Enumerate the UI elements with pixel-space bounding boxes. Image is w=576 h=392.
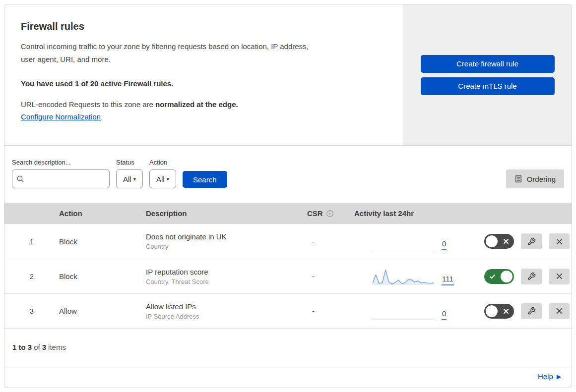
toggle-knob: [486, 235, 498, 247]
wrench-icon: [527, 237, 536, 246]
check-icon: [489, 274, 496, 280]
pagination-of: of: [34, 343, 40, 351]
rule-priority: 1: [4, 237, 59, 246]
rule-csr-value: -: [295, 272, 352, 280]
activity-count-box: 0: [442, 309, 462, 320]
info-icon[interactable]: [326, 210, 334, 218]
pagination-items: items: [48, 343, 66, 351]
activity-count-link[interactable]: 0: [442, 309, 447, 320]
pagination: 1 to 3of3items: [4, 328, 572, 365]
action-dropdown-value: All: [156, 175, 165, 183]
edit-rule-button[interactable]: [521, 303, 542, 319]
rule-csr-value: -: [295, 307, 352, 315]
list-document-icon: [514, 175, 522, 183]
pagination-range: 1 to 3: [12, 343, 32, 351]
rule-csr-value: -: [295, 237, 352, 246]
help-row: Help ▶: [4, 365, 572, 388]
rule-fields: Country, Threat Score: [146, 278, 295, 285]
edit-rule-button[interactable]: [521, 269, 542, 284]
ordering-button-label: Ordering: [527, 175, 556, 183]
search-icon: [16, 175, 25, 183]
search-button[interactable]: Search: [183, 171, 227, 188]
action-filter-group: Action All ▾: [149, 159, 176, 188]
close-icon: [556, 307, 563, 315]
table-row: 3 Allow Allow listed IPs IP Source Addre…: [4, 293, 572, 328]
wrench-icon: [527, 272, 536, 280]
help-link[interactable]: Help ▶: [538, 372, 561, 381]
table-row: 2 Block IP reputation score Country, Thr…: [4, 259, 572, 293]
ordering-button[interactable]: Ordering: [506, 169, 564, 188]
x-icon: [503, 308, 509, 314]
status-dropdown-value: All: [123, 175, 131, 183]
rule-controls: [476, 303, 572, 319]
normalization-bold: normalized at the edge.: [155, 100, 238, 109]
rule-action: Block: [59, 272, 146, 280]
page-title: Firewall rules: [21, 21, 388, 32]
action-dropdown[interactable]: All ▾: [149, 169, 176, 188]
table-row: 1 Block Does not originate in UK Country…: [4, 224, 572, 259]
chevron-down-icon: ▾: [133, 176, 136, 182]
create-mtls-rule-button[interactable]: Create mTLS rule: [421, 77, 555, 95]
toggle-knob: [501, 271, 512, 282]
table-body: 1 Block Does not originate in UK Country…: [4, 224, 572, 328]
help-link-label: Help: [538, 372, 553, 381]
rule-description: IP reputation score: [146, 268, 295, 276]
rule-description: Allow listed IPs: [146, 302, 295, 311]
search-label: Search description...: [12, 159, 110, 166]
rules-table: Action Description CSR Activity last 24h…: [4, 203, 572, 328]
delete-rule-button[interactable]: [549, 303, 570, 319]
activity-sparkline: [373, 232, 434, 250]
rule-activity-cell: 0: [352, 302, 476, 320]
page-description: Control incoming traffic to your zone by…: [21, 40, 388, 66]
activity-count-link[interactable]: 111: [442, 275, 454, 285]
search-input-wrapper: [12, 169, 110, 188]
rule-controls: [476, 233, 572, 249]
delete-rule-button[interactable]: [549, 233, 570, 249]
activity-count-box: 0: [442, 239, 462, 250]
normalization-prefix: URL-encoded Requests to this zone are: [21, 100, 155, 109]
usage-summary: You have used 1 of 20 active Firewall ru…: [21, 79, 388, 88]
configure-normalization-link[interactable]: Configure Normalization: [21, 112, 101, 121]
status-toggle[interactable]: [484, 304, 514, 319]
activity-count-box: 111: [442, 275, 462, 285]
rule-description-cell: Allow listed IPs IP Source Address: [146, 302, 295, 320]
rule-action: Block: [59, 237, 146, 246]
table-header-row: Action Description CSR Activity last 24h…: [4, 203, 572, 224]
rule-fields: Country: [146, 243, 295, 250]
x-icon: [503, 238, 509, 244]
close-icon: [556, 238, 563, 245]
action-column-header: Action: [59, 209, 146, 218]
header-text-block: Firewall rules Control incoming traffic …: [4, 4, 403, 145]
pagination-total: 3: [42, 343, 46, 351]
delete-rule-button[interactable]: [549, 269, 570, 284]
description-column-header: Description: [146, 209, 295, 218]
filter-bar: Search description... Status All ▾ Actio…: [4, 146, 572, 203]
rule-priority: 2: [4, 272, 59, 280]
arrow-right-icon: ▶: [557, 373, 561, 380]
rule-activity-cell: 111: [352, 268, 476, 285]
status-toggle[interactable]: [484, 234, 514, 249]
rule-description-cell: Does not originate in UK Country: [146, 232, 295, 250]
status-toggle[interactable]: [484, 269, 514, 284]
rule-fields: IP Source Address: [146, 313, 295, 320]
edit-rule-button[interactable]: [521, 233, 542, 249]
status-dropdown[interactable]: All ▾: [116, 169, 143, 188]
wrench-icon: [527, 307, 536, 315]
status-filter-group: Status All ▾: [116, 159, 143, 188]
status-label: Status: [116, 159, 143, 166]
csr-column-header: CSR: [295, 209, 352, 218]
activity-sparkline: [373, 302, 434, 320]
rule-description-cell: IP reputation score Country, Threat Scor…: [146, 268, 295, 285]
activity-sparkline: [373, 268, 434, 285]
actions-panel: Create firewall rule Create mTLS rule: [403, 4, 572, 145]
create-firewall-rule-button[interactable]: Create firewall rule: [421, 55, 555, 73]
activity-count-link[interactable]: 0: [442, 239, 447, 250]
search-filter-group: Search description...: [12, 159, 110, 188]
close-icon: [556, 273, 563, 280]
header-section: Firewall rules Control incoming traffic …: [4, 4, 572, 146]
toggle-knob: [486, 305, 498, 317]
rule-action: Allow: [59, 307, 146, 315]
search-input[interactable]: [28, 175, 105, 183]
activity-column-header: Activity last 24hr: [352, 209, 476, 218]
action-label: Action: [149, 159, 176, 166]
